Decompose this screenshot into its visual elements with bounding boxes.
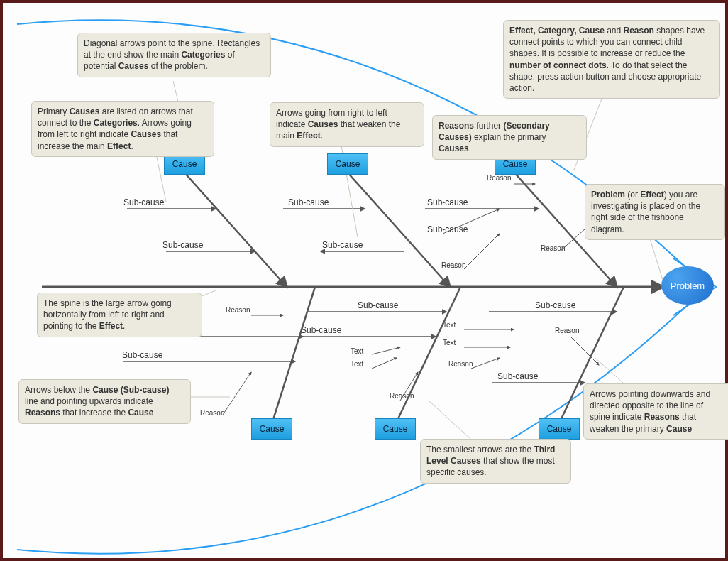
svg-line-13 [464, 234, 500, 269]
text-label: Text [443, 339, 456, 347]
callout-categories: Diagonal arrows point to the spine. Rect… [77, 33, 271, 77]
callout-reasons: Reasons further (Secondary Causes) expla… [432, 115, 587, 160]
svg-line-29 [471, 358, 500, 369]
callout-third-level: The smallest arrows are the Third Level … [420, 439, 571, 484]
svg-line-22 [372, 347, 400, 354]
subcause-label: Sub-cause [322, 240, 363, 250]
text-label: Text [443, 321, 456, 329]
subcause-label: Sub-cause [535, 300, 575, 310]
reason-label: Reason [226, 306, 250, 314]
cause-box[interactable]: Cause [375, 418, 416, 440]
subcause-label: Sub-cause [427, 197, 468, 207]
svg-line-1 [184, 172, 287, 287]
svg-line-4 [272, 287, 315, 422]
reason-label: Reason [487, 174, 511, 182]
callout-problem: Problem (or Effect) you are investigatin… [585, 184, 725, 240]
problem-node[interactable]: Problem [661, 266, 714, 305]
cause-box[interactable]: Cause [327, 153, 368, 175]
callout-reasons-increase: Arrows below the Cause (Sub-cause) line … [18, 379, 191, 424]
text-label: Text [351, 347, 363, 355]
svg-line-18 [223, 372, 251, 415]
subcause-label: Sub-cause [288, 197, 329, 207]
diagram-canvas: { "problem": "Problem", "cause": "Cause"… [0, 0, 728, 561]
text-label: Text [351, 360, 363, 368]
subcause-label: Sub-cause [162, 240, 203, 250]
svg-line-5 [397, 287, 460, 422]
subcause-label: Sub-cause [427, 224, 468, 234]
cause-box[interactable]: Cause [539, 418, 580, 440]
callout-weaken-effect: Arrows going from right to left indicate… [270, 102, 424, 147]
reason-label: Reason [390, 392, 414, 400]
callout-connect-dots: Effect, Category, Cause and Reason shape… [503, 20, 720, 99]
reason-label: Reason [200, 409, 224, 417]
subcause-label: Sub-cause [358, 300, 398, 310]
reason-label: Reason [441, 261, 465, 269]
subcause-label: Sub-cause [123, 197, 164, 207]
subcause-label: Sub-cause [301, 325, 341, 335]
svg-line-23 [372, 358, 397, 369]
subcause-label: Sub-cause [497, 371, 538, 381]
subcause-label: Sub-cause [122, 350, 162, 360]
reason-label: Reason [541, 244, 565, 252]
svg-line-30 [570, 337, 599, 365]
callout-spine: The spine is the large arrow going horiz… [37, 293, 202, 337]
reason-label: Reason [448, 360, 473, 368]
callout-reasons-weaken: Arrows pointing downwards and directed o… [583, 383, 728, 440]
callout-primary-causes: Primary Causes are listed on arrows that… [31, 101, 214, 157]
cause-box[interactable]: Cause [251, 418, 292, 440]
reason-label: Reason [555, 327, 579, 334]
